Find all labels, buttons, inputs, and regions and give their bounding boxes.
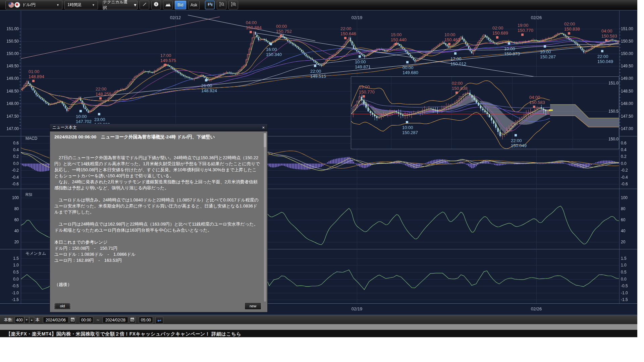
news-paragraph: ユーロ円は24時時点では162.98円と22時時点（163.09円）と比べて11… [54, 221, 260, 233]
bid-label: Bid [177, 3, 183, 7]
news-popup-titlebar[interactable]: ニュース本文 × [50, 124, 267, 131]
return-arrow-icon: ↩ [157, 318, 161, 323]
zoom-in-button[interactable] [228, 1, 238, 9]
old-button-label: old [60, 304, 65, 308]
bid-toggle[interactable]: Bid [175, 1, 186, 9]
screenshot-page: ドル/円 ▼ 1時間足 ▼ テクニカル選択 ▼ [0, 0, 644, 362]
calendar-icon [130, 318, 134, 322]
us-flag-icon [8, 2, 14, 8]
news-popup-body: 2024/02/28 00:06:00 ニューヨーク外国為替市場概況-24時 ド… [50, 131, 267, 312]
news-scrollbar[interactable] [263, 133, 267, 302]
reload-range-button[interactable]: ↩ [155, 317, 163, 324]
chevron-down-icon: ▼ [56, 3, 59, 7]
news-popup: ニュース本文 × 2024/02/28 00:06:00 ニューヨーク外国為替市… [50, 124, 268, 312]
time-to-input[interactable]: 05:00 [139, 317, 153, 323]
new-news-button[interactable]: new [245, 302, 261, 310]
zoom-out-icon [219, 2, 224, 8]
chevron-down-icon: ▼ [133, 3, 137, 7]
info-icon [154, 2, 159, 8]
campaign-banner[interactable]: 【楽天FX・楽天MT4】国内株・米国株取引で全額２倍！FXキャッシュバックキャン… [0, 330, 637, 337]
news-paragraphs: 27日のニューヨーク外国為替市場でドル円は下値が堅い。24時時点では150.36… [54, 155, 260, 288]
bar-count-label: 本数: [4, 317, 13, 323]
zoom-in-icon [231, 2, 236, 8]
time-from-input[interactable]: 00:00 [79, 317, 93, 323]
pencil-icon [142, 2, 147, 8]
draw-pencil-button[interactable] [140, 1, 149, 9]
date-to-input[interactable]: 2024/02/28 [103, 317, 128, 323]
range-tilde: ～ [96, 317, 100, 323]
ask-toggle[interactable]: Ask [188, 1, 200, 9]
technical-select-label: テクニカル選択 [103, 0, 131, 11]
range-toolbar: 本数: 400 ▼ ▲ 本 2024/02/06 00:00 ～ 2024/02… [0, 315, 637, 324]
news-paragraph: ユーロドルは弱含み。24時時点では1.0840ドルと22時時点（1.0857ドル… [54, 197, 260, 215]
jp-flag-icon [14, 2, 20, 8]
status-strip [0, 324, 637, 330]
news-paragraph: 27日のニューヨーク外国為替市場でドル円は下値が堅い。24時時点では150.36… [54, 155, 260, 191]
date-from-calendar-button[interactable] [69, 317, 76, 323]
calendar-icon [71, 318, 74, 322]
area-chart-button[interactable] [163, 1, 173, 9]
candle-chart-button[interactable] [205, 1, 215, 9]
chevron-up-icon: ▲ [31, 318, 33, 321]
bar-unit-label: 本 [36, 317, 40, 323]
candlestick-icon [207, 2, 213, 8]
date-from-input[interactable]: 2024/02/06 [43, 317, 68, 323]
news-paragraph: 本日これまでの参考レンジ ドル円：150.08円 - 150.71円 ユーロドル… [54, 239, 260, 263]
top-toolbar: ドル/円 ▼ 1時間足 ▼ テクニカル選択 ▼ [0, 0, 637, 10]
news-headline: 2024/02/28 00:06:00 ニューヨーク外国為替市場概況-24時 ド… [54, 134, 260, 140]
technical-select-button[interactable]: テクニカル選択 ▼ [103, 1, 138, 9]
ask-label: Ask [191, 3, 197, 7]
chevron-down-icon: ▼ [25, 318, 28, 321]
campaign-banner-text: 【楽天FX・楽天MT4】国内株・米国株取引で全額２倍！FXキャッシュバックキャン… [6, 331, 241, 337]
currency-pair-label: ドル/円 [22, 2, 36, 8]
close-icon[interactable]: × [262, 125, 265, 130]
news-popup-title: ニュース本文 [52, 125, 77, 130]
old-news-button[interactable]: old [54, 302, 71, 310]
info-button[interactable] [151, 1, 161, 9]
bar-count-input[interactable]: 400 [15, 317, 24, 323]
scrollbar-thumb[interactable] [264, 133, 266, 147]
date-to-calendar-button[interactable] [129, 317, 136, 323]
count-decrement-button[interactable]: ▼ [24, 317, 29, 323]
timeframe-select[interactable]: 1時間足 ▼ [64, 1, 98, 9]
currency-pair-select[interactable]: ドル/円 ▼ [5, 1, 62, 9]
mountain-icon [165, 2, 171, 8]
new-button-label: new [250, 304, 256, 308]
news-paragraph: （越後） [54, 282, 260, 288]
count-increment-button[interactable]: ▲ [29, 317, 34, 323]
zoom-out-button[interactable] [217, 1, 226, 9]
chevron-down-icon: ▼ [92, 3, 95, 7]
chart-app-window: ドル/円 ▼ 1時間足 ▼ テクニカル選択 ▼ [0, 0, 637, 337]
timeframe-label: 1時間足 [67, 2, 82, 8]
